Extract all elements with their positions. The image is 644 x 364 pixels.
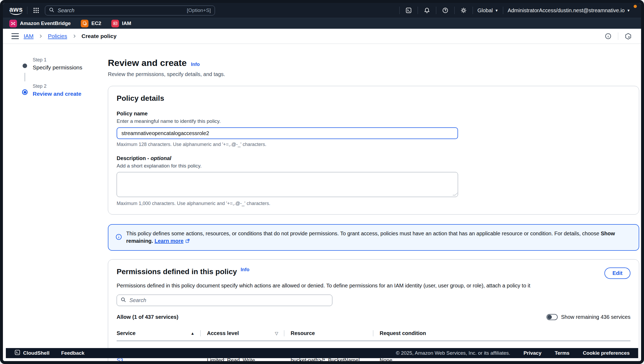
breadcrumb-policies[interactable]: Policies: [48, 33, 67, 39]
aws-top-nav: aws [Option+S]: [3, 3, 641, 18]
divider: [27, 7, 27, 14]
step-1-bullet-icon: [23, 64, 27, 68]
policy-details-heading: Policy details: [117, 94, 630, 103]
permissions-search-input[interactable]: [129, 297, 328, 303]
terms-link[interactable]: Terms: [555, 350, 570, 356]
region-selector[interactable]: Global▼: [477, 7, 498, 14]
column-header-access-level[interactable]: Access level▽: [207, 327, 291, 341]
step-title: Specify permissions: [33, 64, 108, 71]
copyright-text: © 2025, Amazon Web Services, Inc. or its…: [396, 350, 510, 356]
notifications-bell-icon[interactable]: [422, 6, 431, 15]
external-link-icon: [185, 238, 190, 245]
step-label: Step 1: [33, 57, 108, 63]
chevron-down-icon: ▼: [495, 9, 498, 12]
ec2-icon: [81, 20, 88, 27]
favorite-eventbridge[interactable]: Amazon EventBridge: [9, 20, 71, 27]
step-2-review-and-create[interactable]: Step 2 Review and create: [23, 83, 108, 97]
chevron-right-icon: [38, 34, 43, 39]
chevron-down-icon: ▼: [627, 9, 630, 12]
info-panel-icon[interactable]: [604, 32, 613, 41]
settings-gear-icon[interactable]: [459, 6, 468, 15]
description-textarea[interactable]: [117, 172, 458, 197]
global-search-input[interactable]: [58, 7, 184, 14]
column-header-resource[interactable]: Resource: [291, 327, 380, 341]
step-title: Review and create: [33, 91, 108, 97]
services-grid-icon[interactable]: [32, 6, 41, 15]
favorite-label: EC2: [91, 20, 101, 26]
page-title: Review and create: [108, 58, 187, 68]
cloudshell-footer-button[interactable]: CloudShell: [14, 349, 49, 357]
breadcrumb-current: Create policy: [82, 33, 117, 39]
description-constraint: Maximum 1,000 characters. Use alphanumer…: [117, 201, 630, 206]
search-icon: [121, 297, 126, 304]
divider: [618, 32, 618, 40]
policy-name-label: Policy name: [117, 111, 630, 117]
permissions-description: Permissions defined in this policy docum…: [117, 283, 630, 289]
learn-more-link[interactable]: Learn more: [155, 238, 184, 244]
search-icon: [49, 7, 54, 14]
edit-permissions-button[interactable]: Edit: [604, 267, 630, 279]
browser-window: aws [Option+S]: [0, 0, 644, 364]
global-search[interactable]: [Option+S]: [45, 6, 215, 15]
iam-icon: [111, 20, 119, 27]
favorite-label: Amazon EventBridge: [20, 20, 71, 26]
show-remaining-toggle[interactable]: [546, 314, 558, 320]
step-2-bullet-icon: [22, 89, 28, 95]
account-menu[interactable]: AdministratorAccess/dustin.nest@streamna…: [508, 7, 630, 14]
column-header-service[interactable]: Service▲: [117, 327, 207, 341]
cloudshell-icon: [14, 349, 20, 357]
page-subtitle: Review the permissions, specify details,…: [108, 71, 639, 77]
feedback-button[interactable]: Feedback: [61, 350, 84, 356]
breadcrumb-iam[interactable]: IAM: [24, 33, 33, 39]
aws-logo[interactable]: aws: [9, 6, 23, 15]
show-remaining-label: Show remaining 436 services: [561, 314, 630, 320]
allow-summary: Allow (1 of 437 services): [117, 314, 178, 320]
policy-name-input[interactable]: [117, 127, 458, 139]
recording-indicator-dot: [634, 5, 637, 8]
favorite-iam[interactable]: IAM: [111, 20, 131, 27]
policy-name-constraint: Maximum 128 characters. Use alphanumeric…: [117, 142, 630, 147]
breadcrumb-bar: IAM Policies Create policy: [3, 29, 641, 44]
filter-icon[interactable]: ▽: [275, 331, 278, 336]
privacy-link[interactable]: Privacy: [523, 350, 541, 356]
search-shortcut-hint: [Option+S]: [187, 7, 211, 13]
permissions-heading: Permissions defined in this policy: [117, 267, 237, 276]
cloudshell-icon[interactable]: [404, 6, 413, 15]
permissions-info-link[interactable]: Info: [241, 267, 249, 273]
description-label: Description - optional: [117, 155, 630, 161]
help-icon[interactable]: [441, 6, 450, 15]
wizard-steps-nav: Step 1 Specify permissions Step 2 Review…: [3, 44, 108, 361]
favorite-label: IAM: [122, 20, 131, 26]
favorites-bar: Amazon EventBridge EC2 IAM: [3, 18, 641, 29]
main-area: Step 1 Specify permissions Step 2 Review…: [3, 44, 641, 361]
page-content: Review and create Info Review the permis…: [108, 44, 639, 361]
permissions-search[interactable]: [117, 295, 332, 306]
step-label: Step 2: [33, 83, 108, 89]
step-connector: [24, 73, 25, 81]
page-title-info-link[interactable]: Info: [191, 62, 200, 67]
sort-ascending-icon[interactable]: ▲: [190, 331, 194, 336]
column-header-request-condition[interactable]: Request condition: [380, 327, 630, 341]
policy-details-card: Policy details Policy name Enter a meani…: [108, 86, 639, 215]
side-nav-toggle-icon[interactable]: [11, 33, 19, 39]
amazon-q-icon[interactable]: [624, 32, 633, 41]
cookie-preferences-link[interactable]: Cookie preferences: [583, 350, 630, 356]
permissions-card: Permissions defined in this policy Info …: [108, 259, 639, 361]
favorite-ec2[interactable]: EC2: [81, 20, 101, 27]
eventbridge-icon: [9, 20, 17, 27]
info-icon: [115, 233, 122, 242]
policy-name-help: Enter a meaningful name to identify this…: [117, 118, 630, 124]
chevron-right-icon: [72, 34, 77, 39]
step-1-specify-permissions[interactable]: Step 1 Specify permissions: [23, 57, 108, 71]
console-footer: CloudShell Feedback © 2025, Amazon Web S…: [6, 348, 638, 358]
info-alert: This policy defines some actions, resour…: [108, 224, 639, 251]
description-help: Add a short explanation for this policy.: [117, 163, 630, 169]
alert-text: This policy defines some actions, resour…: [126, 230, 632, 245]
